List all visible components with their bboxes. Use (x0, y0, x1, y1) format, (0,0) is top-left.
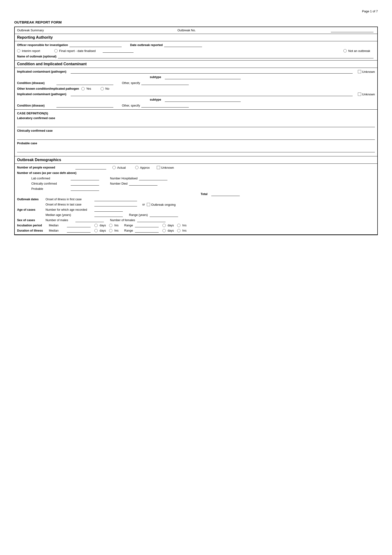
duration-range-days-group[interactable]: days (162, 229, 175, 232)
total-field[interactable] (211, 192, 240, 196)
actual-radio-group[interactable]: Actual (112, 166, 126, 169)
incubation-range-hrs-radio[interactable] (177, 224, 180, 227)
interim-label: Interim report (22, 49, 40, 53)
case-definitions-title: CASE DEFINITION(S) (17, 111, 375, 115)
final-date-field[interactable] (103, 49, 134, 53)
incubation-range-field[interactable] (135, 224, 159, 227)
interim-radio[interactable] (17, 49, 20, 52)
condition2-row: Condition (disease) Other, specify (17, 104, 375, 108)
num-hospitalised-field[interactable] (139, 176, 167, 180)
median-age-field[interactable] (94, 213, 123, 217)
outbreak-dates-onset-first-row: Outbreak dates Onset of illness in first… (17, 197, 375, 201)
duration-median-label: Median (49, 229, 65, 232)
lab-confirmed-lines[interactable] (17, 127, 375, 127)
final-radio[interactable] (54, 49, 58, 52)
num-exposed-field[interactable] (75, 166, 106, 169)
reporting-authority-body: Officer responsible for investigation Da… (15, 41, 377, 60)
duration-hrs-group[interactable]: hrs (108, 229, 119, 232)
incubation-hrs-group[interactable]: hrs (108, 224, 119, 227)
duration-range-field[interactable] (135, 229, 159, 233)
implicated1-row: Implicated contaminant (pathogen) Unknow… (17, 70, 375, 73)
other-specify2-field[interactable] (141, 104, 189, 108)
num-females-field[interactable] (137, 218, 165, 222)
unknown2-label: Unknown (362, 93, 375, 96)
name-field[interactable] (58, 55, 373, 58)
unknown1-checkbox[interactable] (358, 70, 361, 73)
incubation-range-days-radio[interactable] (163, 224, 166, 227)
duration-days-group[interactable]: days (93, 229, 107, 232)
unknown-exposed-checkbox[interactable] (157, 166, 160, 169)
duration-range-hrs-group[interactable]: hrs (176, 229, 187, 232)
not-outbreak-radio[interactable] (343, 49, 347, 52)
total-label: Total (201, 192, 207, 196)
subtype1-field[interactable] (165, 75, 241, 79)
final-radio-group[interactable]: Final report - date finalised (54, 49, 96, 53)
probable-count-row: Probable (20, 187, 375, 191)
final-label: Final report - date finalised (59, 49, 96, 53)
demographics-body: Number of people exposed Actual Approx U… (15, 164, 377, 235)
duration-range-label: Range (124, 229, 133, 232)
approx-radio[interactable] (135, 166, 138, 169)
other-specify1-field[interactable] (141, 81, 189, 85)
duration-median-field[interactable] (67, 229, 91, 233)
incubation-range-hrs-label: hrs (182, 224, 186, 227)
unknown2-checkbox[interactable] (358, 93, 361, 96)
no-radio-group[interactable]: No (100, 87, 109, 90)
subtype1-label: subtype (150, 75, 161, 79)
duration-hrs-radio[interactable] (109, 229, 112, 232)
no-label: No (105, 87, 109, 90)
lab-confirmed-block: Laboratory confirmed case (17, 117, 375, 127)
subtype2-field[interactable] (165, 98, 241, 102)
num-males-field[interactable] (75, 218, 104, 222)
duration-range-days-radio[interactable] (163, 229, 166, 232)
probable-lines[interactable] (17, 152, 375, 152)
officer-field[interactable] (70, 43, 122, 47)
page-number: Page 1 of 7 (14, 9, 378, 13)
not-outbreak-radio-group[interactable]: Not an outbreak (343, 49, 370, 53)
total-row: Total (17, 192, 375, 196)
duration-label: Duration of illness (17, 229, 48, 232)
reporting-authority-title-row: Reporting Authority (15, 34, 377, 41)
officer-row: Officer responsible for investigation Da… (17, 43, 375, 47)
lab-confirmed-count-field[interactable] (71, 176, 99, 180)
interim-radio-group[interactable]: Interim report (17, 49, 40, 53)
probable-count-field[interactable] (71, 187, 99, 191)
incubation-days-group[interactable]: days (93, 224, 107, 227)
incubation-median-field[interactable] (67, 224, 91, 227)
outbreak-dates-onset-last-row: Onset of illness in last case or Outbrea… (17, 203, 375, 206)
num-died-field[interactable] (129, 182, 157, 186)
duration-range-days-label: days (168, 229, 174, 232)
num-cases-label: Number of cases (as per case defn above) (17, 171, 76, 175)
duration-days-radio[interactable] (94, 229, 98, 232)
incubation-hrs-radio[interactable] (109, 224, 112, 227)
implicated1-field[interactable] (71, 70, 353, 73)
no-radio[interactable] (100, 87, 104, 90)
yes-radio[interactable] (81, 87, 85, 90)
condition1-label: Condition (disease) (17, 81, 55, 85)
incubation-range-days-group[interactable]: days (162, 224, 175, 227)
date-field[interactable] (164, 43, 202, 47)
actual-radio[interactable] (112, 166, 116, 169)
clinically-confirmed-row: Clinically confirmed Number Died (20, 182, 375, 186)
onset-last-field[interactable] (94, 203, 137, 206)
duration-range-hrs-radio[interactable] (177, 229, 180, 232)
condition1-field[interactable] (57, 81, 113, 85)
clinically-confirmed-lines[interactable] (17, 139, 375, 140)
yes-radio-group[interactable]: Yes (81, 87, 91, 90)
incubation-range-hrs-group[interactable]: hrs (176, 224, 187, 227)
outbreak-no-field[interactable] (331, 29, 373, 32)
incubation-days-radio[interactable] (94, 224, 98, 227)
approx-radio-group[interactable]: Approx (135, 166, 150, 169)
num-age-recorded-field[interactable] (94, 208, 123, 212)
implicated2-field[interactable] (71, 92, 353, 96)
condition-title: Condition and Implicated Contaminant (17, 62, 86, 66)
form-title: OUTBREAK REPORT FORM (14, 20, 378, 24)
clinically-confirmed-count-field[interactable] (71, 182, 99, 186)
median-age-row: Median age (years) Range (years) (17, 213, 375, 217)
onset-first-field[interactable] (94, 197, 137, 201)
outbreak-ongoing-checkbox[interactable] (147, 203, 150, 206)
officer-label: Officer responsible for investigation (17, 44, 68, 47)
range-years-field[interactable] (150, 213, 178, 217)
condition2-field[interactable] (57, 104, 113, 108)
unknown1-label: Unknown (362, 70, 375, 73)
